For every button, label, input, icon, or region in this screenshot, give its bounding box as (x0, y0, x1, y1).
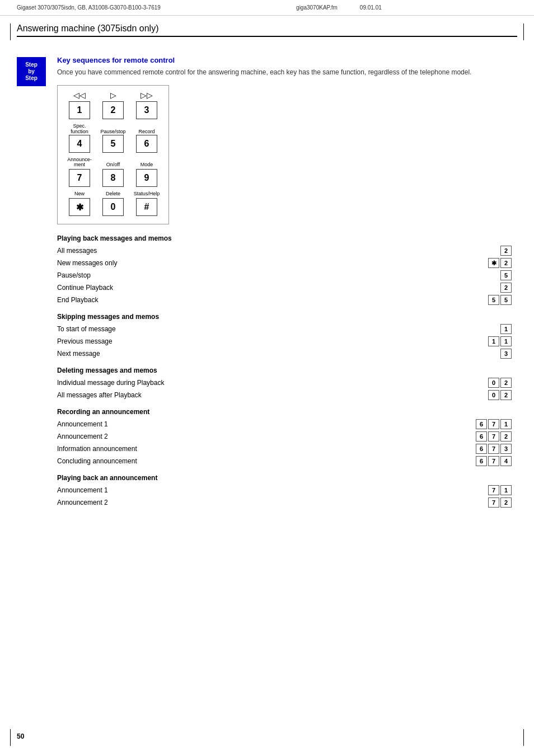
keypad-diagram: ◁◁ 1 ▷ 2 ▷▷ 3 Spec. function 4 (57, 85, 169, 224)
kc: 0 (488, 390, 499, 400)
desc-new-messages: New messages only (57, 259, 488, 267)
codes-concluding-announce: 6 7 4 (476, 456, 512, 466)
margin-line-right-bottom (523, 729, 524, 746)
kc: 7 (488, 497, 499, 508)
row-info-announce: Information announcement 6 7 3 (57, 444, 517, 454)
key-cell-star: New ✱ (64, 190, 95, 216)
kc: 6 (476, 431, 487, 442)
key-label-spec: Spec. function (64, 124, 95, 135)
kc: 5 (500, 270, 512, 280)
keypad-row-2: Spec. function 4 Pause/stop 5 Record 6 (64, 123, 162, 153)
codes-start-message: 1 (500, 324, 512, 334)
kc: 1 (500, 324, 512, 334)
rewind-icon: ◁◁ (73, 90, 86, 100)
intro-text: Once you have commenced remote control f… (57, 68, 517, 77)
kc: 7 (488, 431, 499, 442)
key-cell-9: Mode 9 (132, 161, 162, 187)
key-box-5: 5 (102, 135, 124, 153)
key-label-pause: Pause/stop (100, 129, 125, 135)
kc: 2 (500, 378, 512, 388)
kc: 3 (500, 444, 512, 454)
kc: 7 (488, 485, 499, 495)
desc-continue: Continue Playback (57, 284, 500, 292)
section-deleting-title: Deleting messages and memos (57, 367, 517, 374)
kc: 1 (500, 419, 512, 429)
desc-concluding-announce: Concluding announcement (57, 457, 476, 465)
key-box-8: 8 (102, 169, 124, 187)
section-playback-announce-title: Playing back an announcement (57, 474, 517, 482)
kc: 7 (488, 419, 499, 429)
row-announcement1-rec: Announcement 1 6 7 1 (57, 419, 517, 429)
main-content: Step by Step Key sequences for remote co… (0, 56, 534, 515)
content-area: Key sequences for remote control Once yo… (57, 56, 517, 515)
kc: 1 (488, 336, 499, 346)
kc: 2 (500, 258, 512, 268)
desc-all-after-playback: All messages after Playback (57, 391, 488, 399)
key-label-onoff: On/off (106, 162, 120, 168)
step-line2: by (28, 68, 35, 75)
kc: 4 (500, 456, 512, 466)
key-cell-3: ▷▷ 3 (132, 90, 162, 119)
key-cell-0: Delete 0 (98, 190, 128, 216)
key-label-announce: Announce-ment (67, 157, 92, 168)
margin-line-left-top (10, 24, 11, 40)
desc-individual-msg: Individual message during Playback (57, 379, 488, 387)
codes-announcement2-play: 7 2 (488, 497, 512, 508)
desc-announcement2-rec: Announcement 2 (57, 433, 476, 440)
codes-next-message: 3 (500, 349, 512, 359)
key-cell-5: Pause/stop 5 (98, 128, 128, 153)
key-box-7: 7 (69, 169, 90, 187)
key-cell-1: ◁◁ 1 (64, 90, 95, 119)
header-center: giga3070KAP.fm 09.01.01 (296, 4, 382, 11)
row-individual-msg: Individual message during Playback 0 2 (57, 378, 517, 388)
header-filename: giga3070KAP.fm (296, 4, 338, 11)
desc-announcement2-play: Announcement 2 (57, 499, 488, 506)
key-cell-4: Spec. function 4 (64, 123, 95, 153)
kc: 1 (500, 485, 512, 495)
content-title: Key sequences for remote control (57, 56, 517, 64)
kc: 5 (488, 295, 499, 305)
kc: 7 (488, 456, 499, 466)
section-playback: Playing back messages and memos All mess… (57, 234, 517, 305)
page-number: 50 (17, 732, 24, 740)
kc: 2 (500, 497, 512, 508)
section-playback-title: Playing back messages and memos (57, 234, 517, 242)
play-icon: ▷ (110, 90, 116, 100)
keypad-row-1: ◁◁ 1 ▷ 2 ▷▷ 3 (64, 90, 162, 119)
key-label-delete: Delete (106, 191, 120, 197)
codes-announcement2-rec: 6 7 2 (476, 431, 512, 442)
key-label-record: Record (138, 129, 154, 135)
row-announcement2-play: Announcement 2 7 2 (57, 497, 517, 508)
step-badge: Step by Step (17, 57, 46, 86)
kc: 2 (500, 390, 512, 400)
codes-pause: 5 (500, 270, 512, 280)
kc: 6 (476, 419, 487, 429)
step-line3: Step (25, 75, 38, 82)
section-skipping: Skipping messages and memos To start of … (57, 313, 517, 359)
keypad-row-3: Announce-ment 7 On/off 8 Mode 9 (64, 156, 162, 187)
key-cell-7: Announce-ment 7 (64, 156, 95, 187)
desc-info-announce: Information announcement (57, 445, 476, 453)
row-next-message: Next message 3 (57, 349, 517, 359)
row-all-messages: All messages 2 (57, 246, 517, 256)
key-label-mode: Mode (140, 162, 153, 168)
key-box-hash: # (136, 198, 157, 216)
kc: 2 (500, 431, 512, 442)
kc: 1 (500, 336, 512, 346)
row-end-playback: End Playback 5 5 (57, 295, 517, 305)
codes-continue: 2 (500, 283, 512, 293)
row-concluding-announce: Concluding announcement 6 7 4 (57, 456, 517, 466)
key-box-star: ✱ (69, 198, 90, 216)
desc-next-message: Next message (57, 350, 500, 358)
page-header: Gigaset 3070/3075isdn, GB, A31008-G3070-… (0, 0, 534, 16)
desc-announcement1-play: Announcement 1 (57, 486, 488, 494)
kc: 0 (488, 378, 499, 388)
kc: 2 (500, 283, 512, 293)
desc-previous-message: Previous message (57, 337, 488, 345)
row-start-message: To start of message 1 (57, 324, 517, 334)
codes-end-playback: 5 5 (488, 295, 512, 305)
row-continue: Continue Playback 2 (57, 283, 517, 293)
header-left: Gigaset 3070/3075isdn, GB, A31008-G3070-… (17, 4, 161, 11)
key-box-9: 9 (136, 169, 157, 187)
desc-start-message: To start of message (57, 325, 500, 333)
